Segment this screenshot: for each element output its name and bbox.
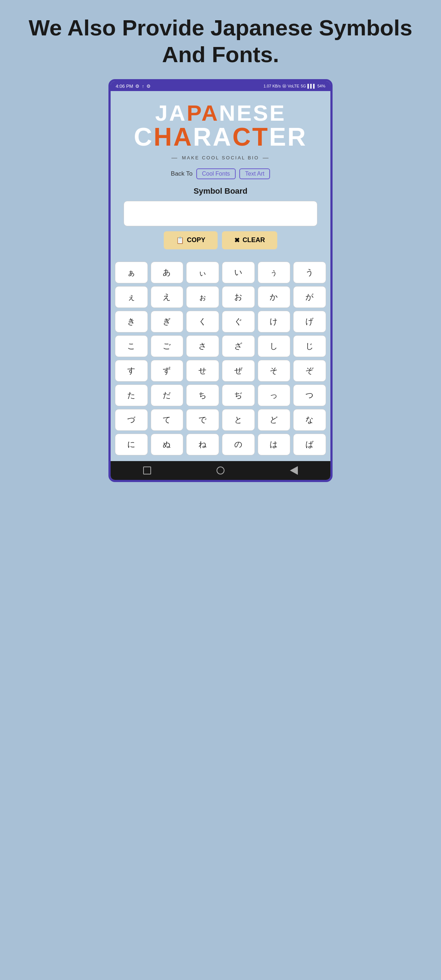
nav-recent[interactable] bbox=[142, 465, 152, 476]
gear-icon: ⚙ bbox=[146, 83, 151, 89]
symbol-btn-32[interactable]: ち bbox=[186, 385, 219, 406]
symbol-btn-34[interactable]: っ bbox=[258, 385, 291, 406]
clear-label: CLEAR bbox=[242, 236, 265, 244]
symbol-btn-8[interactable]: ぉ bbox=[186, 286, 219, 308]
status-right: 1.07 KB/s Ⓦ VoLTE 5G ▌▌▌ 54% bbox=[264, 83, 325, 89]
action-buttons: 📋 COPY ✖ CLEAR bbox=[118, 231, 323, 249]
settings-icon: ⚙ bbox=[135, 83, 140, 89]
phone-frame: 4:06 PM ⚙ ↑ ⚙ 1.07 KB/s Ⓦ VoLTE 5G ▌▌▌ 5… bbox=[108, 79, 333, 482]
symbol-btn-45[interactable]: の bbox=[222, 434, 255, 455]
upload-icon: ↑ bbox=[142, 83, 144, 89]
lte-icon: VoLTE bbox=[288, 84, 299, 88]
symbol-btn-22[interactable]: し bbox=[258, 335, 291, 357]
symbol-btn-27[interactable]: ぜ bbox=[222, 360, 255, 382]
symbol-btn-21[interactable]: ざ bbox=[222, 335, 255, 357]
symbol-btn-46[interactable]: は bbox=[258, 434, 291, 455]
back-to-label: Back To bbox=[171, 170, 193, 177]
home-icon bbox=[217, 466, 224, 474]
symbol-btn-38[interactable]: で bbox=[186, 409, 219, 431]
signal-icon: 5G bbox=[301, 84, 306, 88]
symbol-btn-33[interactable]: ぢ bbox=[222, 385, 255, 406]
cool-fonts-button[interactable]: Cool Fonts bbox=[196, 169, 236, 179]
subtitle-bar: — MAKE COOL SOCIAL BIO — bbox=[118, 155, 323, 161]
wifi-icon: Ⓦ bbox=[282, 83, 286, 89]
symbol-btn-1[interactable]: あ bbox=[151, 262, 184, 283]
back-to-row: Back To Cool Fonts Text Art bbox=[118, 169, 323, 179]
status-left: 4:06 PM ⚙ ↑ ⚙ bbox=[116, 83, 151, 89]
page-heading: We Also Provide Japanese Symbols And Fon… bbox=[0, 0, 441, 79]
copy-icon: 📋 bbox=[176, 236, 184, 244]
symbol-btn-0[interactable]: ぁ bbox=[115, 262, 148, 283]
symbol-btn-11[interactable]: が bbox=[293, 286, 326, 308]
nav-home[interactable] bbox=[215, 465, 226, 476]
symbol-grid: ぁあぃいぅうぇえぉおかがきぎくぐけげこごさざしじすずせぜそぞただちぢっつづてでと… bbox=[111, 262, 330, 460]
symbol-btn-30[interactable]: た bbox=[115, 385, 148, 406]
copy-label: COPY bbox=[187, 236, 205, 244]
symbol-btn-31[interactable]: だ bbox=[151, 385, 184, 406]
symbol-btn-4[interactable]: ぅ bbox=[258, 262, 291, 283]
nav-bar bbox=[111, 461, 330, 480]
clear-button[interactable]: ✖ CLEAR bbox=[222, 231, 277, 249]
symbol-btn-18[interactable]: こ bbox=[115, 335, 148, 357]
symbol-btn-39[interactable]: と bbox=[222, 409, 255, 431]
nav-back[interactable] bbox=[289, 465, 299, 476]
copy-button[interactable]: 📋 COPY bbox=[164, 231, 218, 249]
symbol-btn-40[interactable]: ど bbox=[258, 409, 291, 431]
symbol-btn-13[interactable]: ぎ bbox=[151, 311, 184, 332]
dash-right: — bbox=[263, 155, 270, 161]
symbol-btn-2[interactable]: ぃ bbox=[186, 262, 219, 283]
symbol-btn-41[interactable]: な bbox=[293, 409, 326, 431]
symbol-btn-47[interactable]: ば bbox=[293, 434, 326, 455]
symbol-btn-37[interactable]: て bbox=[151, 409, 184, 431]
symbol-btn-16[interactable]: け bbox=[258, 311, 291, 332]
symbol-btn-24[interactable]: す bbox=[115, 360, 148, 382]
symbol-btn-7[interactable]: え bbox=[151, 286, 184, 308]
symbol-btn-42[interactable]: に bbox=[115, 434, 148, 455]
symbol-btn-25[interactable]: ず bbox=[151, 360, 184, 382]
symbol-btn-26[interactable]: せ bbox=[186, 360, 219, 382]
symbol-btn-5[interactable]: う bbox=[293, 262, 326, 283]
recent-icon bbox=[143, 466, 151, 474]
clear-icon: ✖ bbox=[234, 236, 240, 244]
text-art-button[interactable]: Text Art bbox=[239, 169, 270, 179]
symbol-btn-44[interactable]: ね bbox=[186, 434, 219, 455]
symbol-btn-29[interactable]: ぞ bbox=[293, 360, 326, 382]
title-line2: CHARACTER bbox=[134, 124, 307, 150]
symbol-text-area[interactable] bbox=[124, 201, 317, 226]
symbol-btn-10[interactable]: か bbox=[258, 286, 291, 308]
symbol-btn-14[interactable]: く bbox=[186, 311, 219, 332]
status-bar: 4:06 PM ⚙ ↑ ⚙ 1.07 KB/s Ⓦ VoLTE 5G ▌▌▌ 5… bbox=[111, 81, 330, 91]
symbol-btn-9[interactable]: お bbox=[222, 286, 255, 308]
symbol-btn-3[interactable]: い bbox=[222, 262, 255, 283]
subtitle-text: MAKE COOL SOCIAL BIO bbox=[182, 155, 259, 161]
symbol-btn-15[interactable]: ぐ bbox=[222, 311, 255, 332]
battery: 54% bbox=[317, 84, 325, 88]
symbol-btn-43[interactable]: ぬ bbox=[151, 434, 184, 455]
symbol-btn-36[interactable]: づ bbox=[115, 409, 148, 431]
symbol-btn-23[interactable]: じ bbox=[293, 335, 326, 357]
network-speed: 1.07 KB/s bbox=[264, 84, 281, 88]
symbol-board-title: Symbol Board bbox=[118, 186, 323, 196]
app-header: JAPANESE CHARACTER — MAKE COOL SOCIAL BI… bbox=[111, 91, 330, 262]
back-icon bbox=[290, 466, 298, 475]
symbol-btn-17[interactable]: げ bbox=[293, 311, 326, 332]
symbol-btn-35[interactable]: つ bbox=[293, 385, 326, 406]
app-title-block: JAPANESE CHARACTER bbox=[134, 102, 307, 150]
time: 4:06 PM bbox=[116, 83, 133, 89]
symbol-btn-6[interactable]: ぇ bbox=[115, 286, 148, 308]
symbol-btn-20[interactable]: さ bbox=[186, 335, 219, 357]
symbol-btn-19[interactable]: ご bbox=[151, 335, 184, 357]
title-line1: JAPANESE bbox=[134, 102, 307, 124]
symbol-btn-28[interactable]: そ bbox=[258, 360, 291, 382]
signal-bars: ▌▌▌ bbox=[307, 84, 316, 88]
dash-left: — bbox=[171, 155, 178, 161]
symbol-btn-12[interactable]: き bbox=[115, 311, 148, 332]
